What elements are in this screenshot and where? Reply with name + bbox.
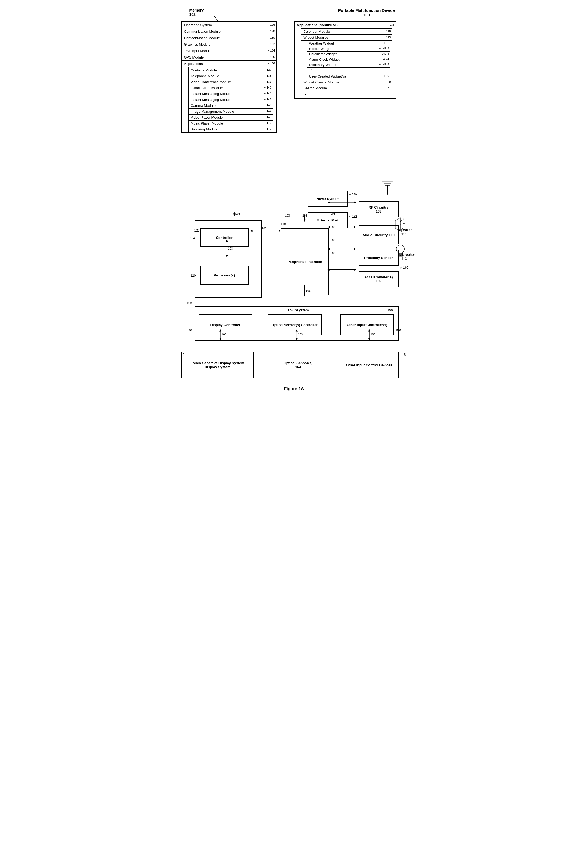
svg-text:103: 103 [330, 239, 335, 242]
microphone-label: Microphone [399, 253, 415, 257]
svg-text:103: 103 [235, 212, 240, 215]
proximity-sensor-box: Proximity Sensor [359, 249, 399, 266]
controller-box: Controller [200, 228, 248, 247]
microphone-num: 113 [402, 257, 407, 261]
io-subsystem-box: I/O Subsystem ⌐ 158 Display Controller O… [195, 306, 399, 341]
power-system-num: ⌐ 162 [349, 192, 358, 196]
power-system-box: Power System [307, 190, 348, 207]
peripherals-interface-box: Peripherals Interface [281, 228, 329, 295]
speaker-label: Speaker [399, 228, 412, 232]
memory-box: Operating System⌐ 126 Communication Modu… [182, 21, 277, 133]
svg-text:103: 103 [285, 214, 290, 217]
speaker-num: 111 [402, 232, 407, 236]
touch-display-box: Touch-Sensitive Display System Display S… [182, 351, 254, 378]
widget-creator-label: Widget Creator Module [301, 80, 383, 85]
accelerometers-box: Accelerometer(s) 168 [359, 271, 399, 287]
svg-marker-17 [354, 201, 356, 204]
workout-support-label: Instant Messaging Module [189, 97, 263, 103]
figure-label: Figure 1A [179, 387, 409, 391]
svg-text:103: 103 [261, 227, 266, 230]
apps-continued-title: Applications (continued) [295, 22, 386, 28]
rf-circuitry-box: RF Circuitry 108 [359, 201, 399, 217]
num-120: 120 [191, 274, 196, 278]
proximity-num: ⌐ 166 [400, 266, 408, 269]
graphics-module-label: Graphics Module [182, 41, 266, 47]
svg-marker-23 [354, 248, 356, 250]
num-118: 118 [281, 222, 286, 226]
optical-controller-box: Optical sensor(s) Controller [268, 314, 322, 335]
weather-widget-label: Weather Widget [307, 41, 378, 46]
svg-marker-26 [354, 269, 356, 271]
svg-text:103: 103 [302, 214, 307, 217]
svg-line-58 [400, 223, 405, 224]
memory-label: Memory 102 [189, 8, 204, 17]
svg-line-57 [400, 218, 404, 222]
svg-marker-15 [303, 214, 306, 217]
num-156: 156 [187, 328, 193, 332]
display-controller-box: Display Controller [199, 314, 252, 335]
other-input-devices-box: Other Input Control Devices [340, 351, 399, 378]
svg-marker-5 [233, 213, 236, 216]
svg-marker-14 [303, 219, 306, 222]
svg-text:103: 103 [330, 251, 335, 255]
device-title: Portable Multifunction Device 100 [329, 8, 404, 17]
num-104: 104 [190, 236, 195, 240]
num-160: 160 [396, 328, 401, 332]
processor-box: Processor(s) [200, 266, 248, 285]
touch-display-num: 112 [179, 353, 185, 357]
external-port-num: ⌐ 124 [349, 214, 358, 218]
num-122: 122 [194, 229, 199, 232]
svg-marker-4 [233, 212, 236, 215]
other-input-devices-num: 116 [400, 353, 406, 357]
apps-continued-box: Applications (continued)⌐ 136 Calendar M… [294, 21, 396, 99]
external-port-box: External Port [307, 212, 348, 228]
io-subsystem-num: ⌐ 158 [384, 308, 393, 312]
svg-marker-20 [354, 226, 356, 228]
other-input-controller-box: Other Input Controller(s) [340, 314, 394, 335]
audio-circuitry-box: Audio Circuitry 110 [359, 226, 399, 244]
io-subsystem-label: I/O Subsystem [284, 308, 309, 312]
optical-sensor-box: Optical Sensor(s) 164 [262, 351, 334, 378]
search-module-label: Search Module [301, 86, 383, 91]
num-106: 106 [187, 301, 192, 305]
